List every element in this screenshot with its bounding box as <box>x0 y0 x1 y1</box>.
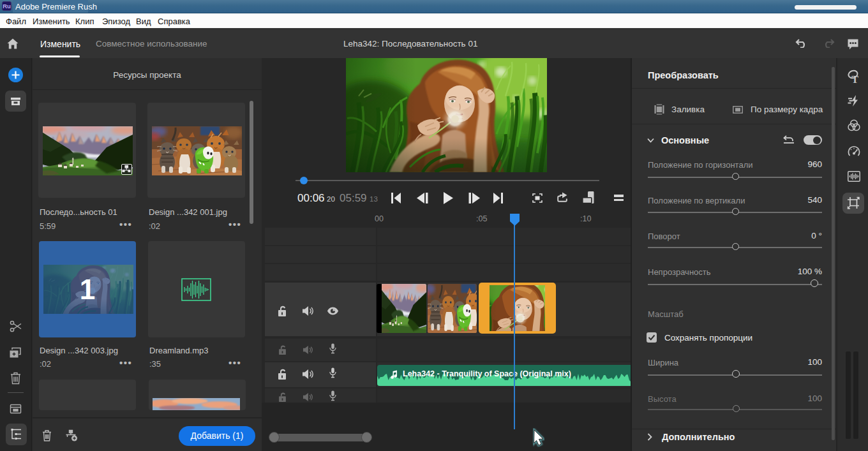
svg-text:T: T <box>851 74 858 84</box>
